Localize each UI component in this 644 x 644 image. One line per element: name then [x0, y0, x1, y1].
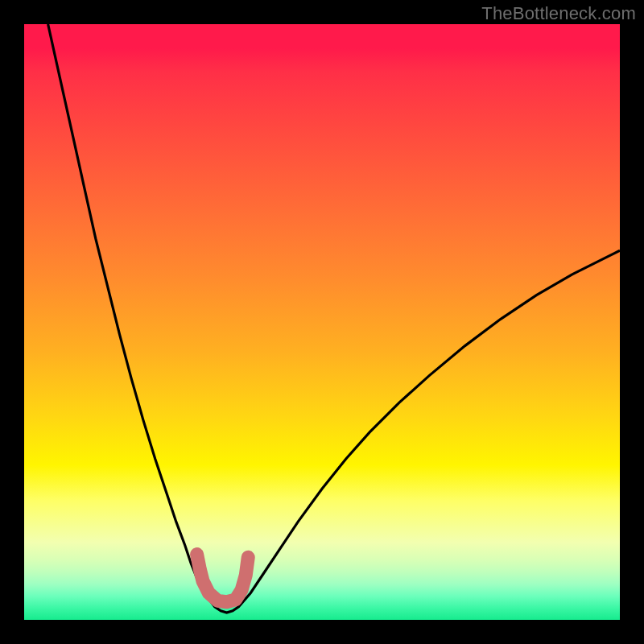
- chart-frame: TheBottleneck.com: [0, 0, 644, 644]
- plot-area: [24, 24, 620, 620]
- marker-u-path: [197, 555, 249, 602]
- highlight-marker: [24, 24, 620, 620]
- watermark-text: TheBottleneck.com: [481, 3, 636, 24]
